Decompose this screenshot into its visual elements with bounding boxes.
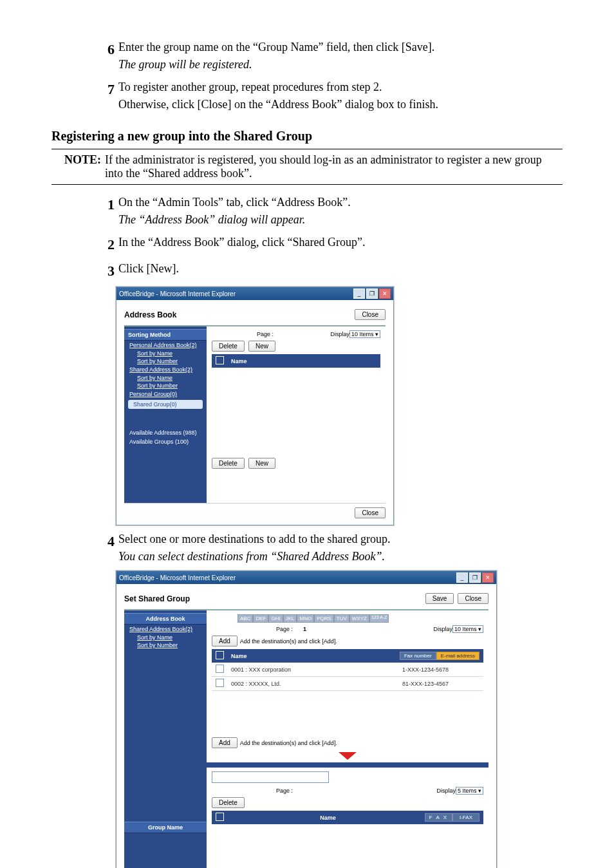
content-pane: Page : Display 10 Items ▾ Delete New Nam… — [207, 326, 386, 503]
sidebar-sort-by-number[interactable]: Sort by Number — [124, 382, 207, 390]
minimize-icon[interactable]: _ — [353, 288, 365, 299]
row-number: 1-XXX-1234-5678 — [402, 666, 479, 673]
row-name: 0002 : XXXXX, Ltd. — [227, 681, 402, 687]
step-3: 3 Click [New]. — [97, 260, 563, 281]
sidebar-sort-by-number[interactable]: Sort by Number — [124, 357, 207, 365]
alpha-tab[interactable]: WXYZ — [349, 614, 369, 623]
dialog-header: Address Book Close — [124, 307, 386, 326]
table-row: 0001 : XXX corporation 1-XXX-1234-5678 — [212, 663, 483, 677]
delete-button[interactable]: Delete — [212, 797, 245, 808]
sidebar-personal-group[interactable]: Personal Group(0) — [124, 390, 207, 399]
page-label: Page : — [276, 788, 293, 794]
fax-tab[interactable]: F A X — [425, 813, 452, 822]
alpha-tab[interactable]: MNO — [297, 614, 314, 623]
window-title: OfficeBridge - Microsoft Internet Explor… — [119, 574, 236, 581]
dialog-header: Set Shared Group Save Close — [124, 590, 488, 610]
sidebar: Address Book Shared Address Book(2) Sort… — [124, 610, 207, 868]
sidebar-sort-by-name[interactable]: Sort by Name — [124, 374, 207, 382]
display-select[interactable]: 5 Items ▾ — [456, 787, 483, 795]
alpha-tab[interactable]: 123 A-Z — [369, 614, 389, 623]
screenshot-address-book: OfficeBridge - Microsoft Internet Explor… — [116, 287, 394, 525]
step-text: In the “Address Book” dialog, click “Sha… — [118, 236, 365, 249]
save-button[interactable]: Save — [425, 593, 454, 604]
step-2: 2 In the “Address Book” dialog, click “S… — [97, 234, 563, 255]
dialog-title: Address Book — [124, 310, 351, 319]
step-body: In the “Address Book” dialog, click “Sha… — [118, 234, 365, 255]
sidebar-sort-by-number[interactable]: Sort by Number — [124, 641, 207, 649]
page-label: Page : — [257, 331, 274, 337]
sidebar-personal-ab[interactable]: Personal Address Book(2) — [124, 341, 207, 350]
step-text: Select one or more destinations to add t… — [118, 533, 390, 545]
display-label: Display — [433, 626, 452, 632]
sidebar-sorting-method: Sorting Method — [124, 329, 207, 341]
step-number: 7 — [97, 79, 118, 113]
group-name-row — [212, 771, 483, 783]
close-icon[interactable]: ✕ — [482, 572, 494, 583]
page-label: Page : — [276, 626, 293, 632]
close-button[interactable]: Close — [458, 593, 488, 604]
dialog-footer: Close — [124, 503, 386, 518]
close-button[interactable]: Close — [355, 507, 386, 518]
add-hint: Add the destination(s) and click [Add]. — [240, 740, 337, 746]
content-pane: ABC DEF GHI JKL MNO PQRS TUV WXYZ 123 A-… — [207, 610, 488, 868]
window-titlebar: OfficeBridge - Microsoft Internet Explor… — [116, 571, 496, 584]
email-address-tab[interactable]: E-mail address — [436, 652, 479, 660]
table-header: Name Fax numberE-mail address — [212, 649, 483, 663]
dialog-title: Set Shared Group — [124, 594, 422, 603]
add-button[interactable]: Add — [212, 737, 237, 748]
screenshot-set-shared-group: OfficeBridge - Microsoft Internet Explor… — [116, 571, 497, 868]
lower-step-list: 1 On the “Admin Tools” tab, click “Addre… — [97, 194, 563, 281]
add-row-bottom: Add Add the destination(s) and click [Ad… — [212, 737, 483, 748]
close-icon[interactable]: ✕ — [379, 288, 391, 299]
add-button[interactable]: Add — [212, 636, 237, 646]
step-text: Otherwise, click [Close] on the “Address… — [118, 98, 438, 111]
step-text: Enter the group name on the “Group Name”… — [118, 41, 434, 53]
step-italic: The “Address Book” dialog will appear. — [118, 213, 305, 226]
new-button[interactable]: New — [248, 341, 275, 352]
step-number: 2 — [97, 234, 118, 255]
toolbar-buttons: Delete New — [212, 341, 380, 352]
alpha-tabs: ABC DEF GHI JKL MNO PQRS TUV WXYZ 123 A-… — [237, 614, 483, 623]
note-block: NOTE: If the administrator is registered… — [51, 149, 563, 185]
sidebar-sort-by-name[interactable]: Sort by Name — [124, 634, 207, 641]
select-all-checkbox[interactable] — [216, 651, 224, 659]
alpha-tab[interactable]: ABC — [237, 614, 253, 623]
ifax-tab[interactable]: I-FAX — [452, 813, 479, 822]
alpha-tab[interactable]: GHI — [268, 614, 283, 623]
maximize-icon[interactable]: ❐ — [469, 572, 481, 583]
add-hint: Add the destination(s) and click [Add]. — [240, 638, 337, 645]
alpha-tab[interactable]: JKL — [283, 614, 297, 623]
step-4: 4 Select one or more destinations to add… — [97, 531, 563, 565]
delete-button[interactable]: Delete — [212, 341, 245, 352]
display-label: Display — [330, 331, 349, 337]
select-all-checkbox[interactable] — [216, 813, 224, 821]
maximize-icon[interactable]: ❐ — [366, 288, 378, 299]
sidebar-shared-group-active[interactable]: Shared Group(0) — [128, 400, 203, 409]
name-column-header: Name — [227, 815, 425, 821]
alpha-tab[interactable]: DEF — [253, 614, 268, 623]
row-checkbox[interactable] — [216, 665, 224, 673]
sidebar-shared-ab[interactable]: Shared Address Book(2) — [124, 365, 207, 374]
close-button[interactable]: Close — [355, 309, 386, 320]
fax-number-tab[interactable]: Fax number — [400, 652, 436, 660]
row-checkbox[interactable] — [216, 679, 224, 687]
delete-button[interactable]: Delete — [212, 458, 245, 469]
sidebar-sort-by-name[interactable]: Sort by Name — [124, 350, 207, 357]
window-titlebar: OfficeBridge - Microsoft Internet Explor… — [116, 287, 393, 300]
step-text: On the “Admin Tools” tab, click “Address… — [118, 196, 351, 209]
alpha-tab[interactable]: PQRS — [314, 614, 334, 623]
delete-row: Delete — [212, 797, 483, 808]
sidebar-shared-ab[interactable]: Shared Address Book(2) — [124, 625, 207, 634]
minimize-icon[interactable]: _ — [456, 572, 468, 583]
row-name: 0001 : XXX corporation — [227, 666, 402, 673]
display-select[interactable]: 10 Items ▾ — [349, 330, 380, 338]
alpha-tab[interactable]: TUV — [334, 614, 349, 623]
display-select[interactable]: 10 Items ▾ — [452, 625, 483, 633]
empty-table-area — [212, 368, 380, 458]
group-name-input[interactable] — [212, 771, 329, 783]
new-button[interactable]: New — [248, 458, 275, 469]
step-body: To register another group, repeat proced… — [118, 79, 438, 113]
window-title: OfficeBridge - Microsoft Internet Explor… — [119, 290, 236, 297]
select-all-checkbox[interactable] — [216, 356, 224, 364]
lower-area: Page : Display 5 Items ▾ Delete Name F A… — [212, 787, 483, 868]
